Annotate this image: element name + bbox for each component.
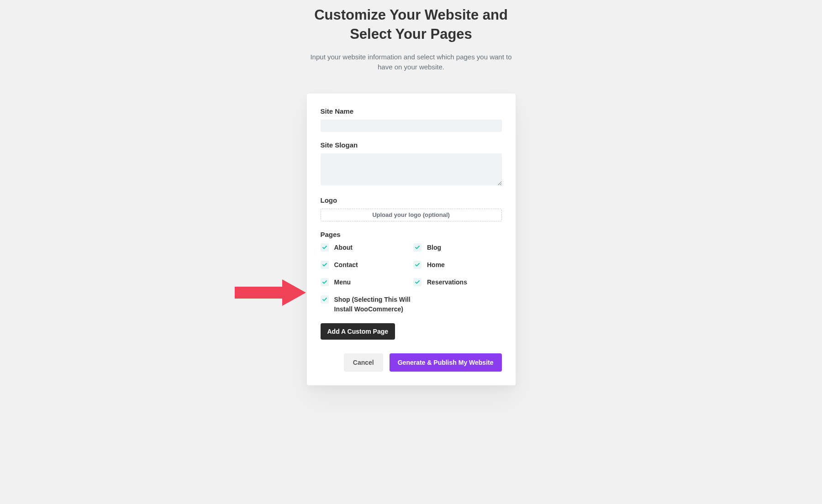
page-title: Customize Your Website and Select Your P… <box>314 5 508 44</box>
site-name-label: Site Name <box>321 107 502 115</box>
page-item-reservations: Reservations <box>413 278 502 287</box>
pages-group: Pages About Blog <box>321 231 502 314</box>
page-label: Blog <box>427 243 441 252</box>
checkbox-contact[interactable] <box>321 261 329 269</box>
page-item-blog: Blog <box>413 243 502 252</box>
page-label: About <box>334 243 353 252</box>
pages-label: Pages <box>321 231 502 238</box>
logo-label: Logo <box>321 196 502 204</box>
check-icon <box>322 262 327 268</box>
logo-group: Logo Upload your logo (optional) <box>321 196 502 221</box>
page-label: Home <box>427 260 445 270</box>
site-name-group: Site Name <box>321 107 502 132</box>
page-label: Shop (Selecting This Will Install WooCom… <box>334 295 411 314</box>
generate-publish-button[interactable]: Generate & Publish My Website <box>390 353 502 372</box>
page-subtitle: Input your website information and selec… <box>306 52 516 73</box>
checkbox-about[interactable] <box>321 243 329 252</box>
page-item-home: Home <box>413 260 502 270</box>
page-container: Customize Your Website and Select Your P… <box>0 0 822 385</box>
page-item-about: About <box>321 243 409 252</box>
checkbox-home[interactable] <box>413 261 422 269</box>
site-slogan-input[interactable] <box>321 153 502 185</box>
site-slogan-label: Site Slogan <box>321 141 502 149</box>
checkbox-shop[interactable] <box>321 295 329 304</box>
checkbox-menu[interactable] <box>321 278 329 286</box>
logo-upload-dropzone[interactable]: Upload your logo (optional) <box>321 209 502 221</box>
add-custom-page-button[interactable]: Add A Custom Page <box>321 323 395 340</box>
check-icon <box>415 262 420 268</box>
check-icon <box>322 297 327 302</box>
annotation-arrow-icon <box>235 279 306 306</box>
page-item-shop: Shop (Selecting This Will Install WooCom… <box>321 295 411 314</box>
checkbox-reservations[interactable] <box>413 278 422 286</box>
footer-buttons: Cancel Generate & Publish My Website <box>321 353 502 372</box>
page-label: Menu <box>334 278 351 287</box>
check-icon <box>415 279 420 285</box>
page-item-contact: Contact <box>321 260 409 270</box>
check-icon <box>322 245 327 250</box>
cancel-button[interactable]: Cancel <box>344 353 383 372</box>
check-icon <box>322 279 327 285</box>
pages-grid: About Blog Contact <box>321 243 502 314</box>
page-item-menu: Menu <box>321 278 409 287</box>
checkbox-blog[interactable] <box>413 243 422 252</box>
page-label: Contact <box>334 260 358 270</box>
site-slogan-group: Site Slogan <box>321 141 502 187</box>
site-name-input[interactable] <box>321 120 502 132</box>
check-icon <box>415 245 420 250</box>
form-card: Site Name Site Slogan Logo Upload your l… <box>307 94 516 385</box>
page-label: Reservations <box>427 278 467 287</box>
